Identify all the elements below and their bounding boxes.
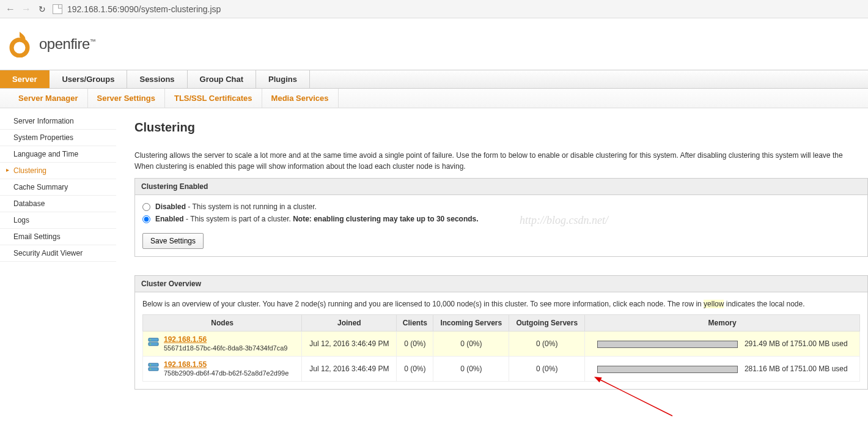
th-outgoing: Outgoing Servers <box>509 315 585 331</box>
svg-point-8 <box>150 369 151 370</box>
sidebar-cache-summary[interactable]: Cache Summary <box>0 179 116 196</box>
openfire-logo-icon <box>6 31 33 57</box>
cell-incoming: 0 (0%) <box>433 357 509 382</box>
th-clients: Clients <box>397 315 433 331</box>
intro-line1: Clustering allows the server to scale a … <box>134 151 843 160</box>
url-text[interactable]: 192.168.1.56:9090/system-clustering.jsp <box>67 4 221 14</box>
svg-point-4 <box>150 344 151 345</box>
clustering-enabled-header: Clustering Enabled <box>135 179 867 195</box>
sidebar: Server Information System Properties Lan… <box>0 108 116 420</box>
tab-users-groups[interactable]: Users/Groups <box>50 70 127 88</box>
node-uuid: 55671d18-57bc-46fc-8da8-3b7434fd7ca9 <box>164 344 287 352</box>
logo-row: openfire™ <box>0 18 868 70</box>
cluster-table: Nodes Joined Clients Incoming Servers Ou… <box>142 314 860 382</box>
page-title: Clustering <box>134 120 868 135</box>
table-row: 192.168.1.56 55671d18-57bc-46fc-8da8-3b7… <box>143 331 860 357</box>
sidebar-language-time[interactable]: Language and Time <box>0 146 116 163</box>
node-uuid: 758b2909-db6f-47db-b62f-52a8d7e2d99e <box>164 369 289 377</box>
svg-point-0 <box>12 40 28 56</box>
logo-text: openfire™ <box>39 35 95 53</box>
cluster-overview-header: Cluster Overview <box>135 276 867 292</box>
th-joined: Joined <box>302 315 397 331</box>
cluster-overview-panel: Cluster Overview Below is an overview of… <box>134 275 868 390</box>
enabled-option-row: Enabled - This system is part of a clust… <box>142 215 860 223</box>
sidebar-database[interactable]: Database <box>0 196 116 212</box>
back-button[interactable]: ← <box>5 4 16 15</box>
intro-line2: When clustering is enabled this page wil… <box>134 162 466 171</box>
subtab-server-manager[interactable]: Server Manager <box>9 89 88 108</box>
enabled-label[interactable]: Enabled - This system is part of a clust… <box>155 215 479 223</box>
tab-plugins[interactable]: Plugins <box>256 70 310 88</box>
disabled-option-row: Disabled - This system is not running in… <box>142 202 860 211</box>
clustering-enabled-panel: Clustering Enabled Disabled - This syste… <box>134 178 868 257</box>
memory-text: 281.16 MB of 1751.00 MB used <box>745 365 848 373</box>
subtab-tls-ssl[interactable]: TLS/SSL Certificates <box>165 89 262 108</box>
th-incoming: Incoming Servers <box>433 315 509 331</box>
node-cell: 192.168.1.55 758b2909-db6f-47db-b62f-52a… <box>143 357 302 382</box>
enabled-radio[interactable] <box>142 215 150 223</box>
cell-joined: Jul 12, 2016 3:46:49 PM <box>302 331 397 357</box>
memory-text: 291.49 MB of 1751.00 MB used <box>745 339 848 348</box>
tab-server[interactable]: Server <box>0 70 50 88</box>
th-nodes: Nodes <box>143 315 302 331</box>
cell-joined: Jul 12, 2016 3:46:49 PM <box>302 357 397 382</box>
server-icon <box>148 361 159 372</box>
sidebar-email-settings[interactable]: Email Settings <box>0 229 116 245</box>
disabled-radio[interactable] <box>142 203 150 211</box>
reload-button[interactable]: ↻ <box>37 4 48 14</box>
cell-incoming: 0 (0%) <box>433 331 509 357</box>
svg-point-3 <box>150 339 151 341</box>
sidebar-logs[interactable]: Logs <box>0 212 116 229</box>
browser-toolbar: ← → ↻ 192.168.1.56:9090/system-clusterin… <box>0 0 868 18</box>
cell-memory: 291.49 MB of 1751.00 MB used <box>585 331 860 357</box>
svg-point-7 <box>150 365 151 366</box>
table-row: 192.168.1.55 758b2909-db6f-47db-b62f-52a… <box>143 357 860 382</box>
node-cell: 192.168.1.56 55671d18-57bc-46fc-8da8-3b7… <box>143 331 302 357</box>
forward-button[interactable]: → <box>21 4 32 15</box>
sidebar-server-information[interactable]: Server Information <box>0 113 116 130</box>
th-memory: Memory <box>585 315 860 331</box>
page-icon <box>53 4 62 14</box>
sub-tabs: Server Manager Server Settings TLS/SSL C… <box>0 89 868 108</box>
node-ip-link[interactable]: 192.168.1.55 <box>164 360 207 369</box>
tab-sessions[interactable]: Sessions <box>127 70 187 88</box>
content-area: Clustering Clustering allows the server … <box>116 108 868 420</box>
tab-group-chat[interactable]: Group Chat <box>188 70 257 88</box>
cell-clients: 0 (0%) <box>397 331 433 357</box>
sidebar-system-properties[interactable]: System Properties <box>0 130 116 146</box>
node-ip-link[interactable]: 192.168.1.56 <box>164 335 207 344</box>
intro-text: Clustering allows the server to scale a … <box>134 150 868 172</box>
cell-clients: 0 (0%) <box>397 357 433 382</box>
cell-outgoing: 0 (0%) <box>509 331 585 357</box>
memory-bar <box>597 366 738 373</box>
disabled-label[interactable]: Disabled - This system is not running in… <box>155 202 317 211</box>
main-tabs: Server Users/Groups Sessions Group Chat … <box>0 70 868 89</box>
sidebar-clustering[interactable]: Clustering <box>0 163 116 179</box>
cell-outgoing: 0 (0%) <box>509 357 585 382</box>
subtab-media-services[interactable]: Media Services <box>262 89 339 108</box>
subtab-server-settings[interactable]: Server Settings <box>88 89 165 108</box>
memory-bar <box>597 341 738 348</box>
sidebar-security-audit[interactable]: Security Audit Viewer <box>0 245 116 262</box>
cell-memory: 281.16 MB of 1751.00 MB used <box>585 357 860 382</box>
server-icon <box>148 336 159 347</box>
overview-description: Below is an overview of your cluster. Yo… <box>142 300 860 308</box>
save-settings-button[interactable]: Save Settings <box>142 233 204 249</box>
